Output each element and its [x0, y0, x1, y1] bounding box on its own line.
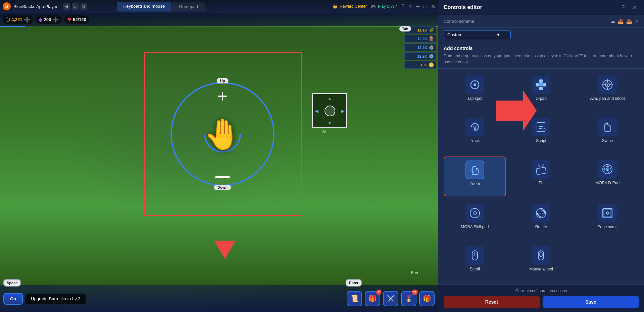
scheme-upload-icon[interactable]: 📤 [618, 18, 624, 24]
control-aim-pan-shoot[interactable]: Aim, pan and shoot [576, 72, 639, 110]
svg-rect-35 [603, 208, 612, 210]
tap-spot-icon [465, 75, 484, 94]
home-button[interactable]: ⌂ [72, 3, 79, 10]
right-resource-3: 12.2K 🪨 [404, 44, 436, 51]
top-right-actions: 👑 Reward Center 🎮 Play & Win ? ≡ ─ □ ✕ [333, 3, 435, 10]
script-label: Script [536, 138, 546, 144]
tab-keyboard-mouse[interactable]: Keyboard and mouse [117, 2, 172, 11]
svg-rect-22 [536, 167, 546, 175]
scheme-delete-icon[interactable]: ✕ [635, 18, 639, 24]
config-actions: Current configuration actions Reset Save [438, 284, 644, 312]
control-swipe[interactable]: Swipe [576, 114, 639, 152]
control-mouse-wheel[interactable]: Mouse wheel [510, 243, 573, 281]
control-edge-scroll[interactable]: Edge scroll [576, 200, 639, 239]
game-area: ⬡ 4,221 ➕ ◆ 200 ➕ ❤ 52/120 🦁 1 VIP 2 C [… [0, 0, 438, 312]
svg-point-29 [470, 208, 480, 218]
svg-rect-3 [539, 79, 543, 83]
control-scheme-actions: ☁ 📤 📤 ✕ [610, 18, 639, 24]
minimize-icon[interactable]: ─ [416, 3, 419, 9]
panel-header: Controls editor ? ✕ [438, 0, 644, 15]
moba-dpad-label: MOBA D-Pad [595, 181, 620, 186]
control-zoom[interactable]: Zoom [444, 157, 506, 196]
tilt-icon [532, 160, 550, 179]
maximize-icon[interactable]: □ [424, 3, 427, 9]
zoom-plus-icon: + [217, 87, 228, 105]
arrow-left-icon: ◀ [315, 108, 318, 114]
tilt-label: Tilt [539, 181, 544, 186]
move-control[interactable]: ◀ ▶ ▲ ▼ [312, 93, 347, 128]
play-win-button[interactable]: 🎮 Play & Win [371, 4, 398, 9]
control-rotate[interactable]: Rotate [510, 200, 573, 239]
menu-icon[interactable]: ≡ [409, 3, 412, 9]
scheme-cloud-icon[interactable]: ☁ [610, 18, 615, 24]
scheme-dropdown[interactable]: Custom ▼ [444, 30, 511, 39]
svg-rect-36 [603, 216, 612, 218]
control-moba-skill[interactable]: MOBA Skill pad [444, 200, 506, 239]
control-moba-dpad[interactable]: 5 MOBA D-Pad [576, 157, 639, 196]
panel-header-icons: ? ✕ [619, 3, 639, 11]
close-icon[interactable]: ✕ [431, 3, 435, 10]
config-actions-title: Current configuration actions [444, 289, 639, 293]
reward-center-button[interactable]: 👑 Reward Center [333, 4, 367, 9]
control-tilt[interactable]: Tilt [510, 157, 573, 196]
gold-resource: ⬡ 4,221 ➕ [3, 15, 33, 24]
bottom-icon-gift2[interactable]: 🎁 [419, 291, 435, 306]
app-name: BlueStacks App Player [13, 4, 58, 9]
bottom-icon-scroll[interactable]: 📜 [347, 291, 362, 306]
dpad-label: D-pad [536, 96, 547, 102]
scheme-dropdown-container: Custom ▼ [438, 27, 644, 42]
multi-button[interactable]: ⧉ [81, 3, 87, 10]
save-button[interactable]: Save [543, 296, 639, 308]
control-dpad[interactable]: D-pad [510, 72, 573, 110]
help-icon[interactable]: ? [402, 3, 405, 9]
swipe-label: Swipe [602, 138, 613, 144]
2d-label: 2d [322, 130, 326, 134]
red-arrow-down [214, 241, 236, 259]
aim-icon [598, 75, 617, 94]
moba-dpad-icon: 5 [598, 160, 617, 179]
bottom-icon-gift1[interactable]: 🎁 2 [365, 291, 380, 306]
gems-resource: ◆ 200 ➕ [36, 15, 62, 24]
tab-gamepad[interactable]: Gamepad [172, 2, 205, 11]
add-gems-button[interactable]: ➕ [52, 16, 59, 23]
swipe-icon [598, 118, 617, 136]
bottom-icon-medal[interactable]: 🎖️ 22 [401, 291, 416, 306]
add-controls-desc: Drag and drop an action on your game scr… [444, 53, 639, 65]
back-button[interactable]: ◀ [63, 3, 70, 10]
reset-button[interactable]: Reset [444, 296, 540, 308]
move-control-center [325, 106, 335, 116]
svg-line-24 [542, 165, 544, 167]
panel-title: Controls editor [444, 4, 482, 10]
control-script[interactable]: </> Script [510, 114, 573, 152]
moba-skill-icon [465, 204, 484, 223]
zoom-overlay: Up Down + 🤚 [150, 62, 295, 206]
add-gold-button[interactable]: ➕ [24, 16, 31, 23]
right-resource-4: 12.2K ⚙️ [404, 52, 436, 60]
zoom-hand-area: 🤚 [204, 117, 241, 152]
go-button[interactable]: Go [3, 293, 23, 305]
panel-help-icon[interactable]: ? [619, 3, 627, 11]
control-tap-spot[interactable]: Tap spot [444, 72, 506, 110]
badge-22: 22 [412, 290, 418, 295]
app-logo: B [3, 2, 11, 10]
aim-label: Aim, pan and shoot [590, 96, 625, 102]
scroll-label: Scroll [470, 267, 480, 272]
right-resource-2: 12.2K 🪵 [404, 35, 436, 43]
hp-resource: ❤ 52/120 [64, 15, 89, 24]
window-controls: ◀ ⌂ ⧉ [63, 3, 87, 10]
scheme-share-icon[interactable]: 📤 [626, 18, 632, 24]
dropdown-chevron-icon: ▼ [496, 32, 500, 37]
control-scroll[interactable]: Scroll [444, 243, 506, 281]
svg-rect-7 [539, 83, 543, 86]
control-track[interactable]: Track [444, 114, 506, 152]
zoom-icon [465, 161, 484, 179]
zoom-up-label: Up [217, 78, 229, 83]
control-scheme-row: Control scheme ☁ 📤 📤 ✕ [438, 15, 644, 27]
tabs-area: Keyboard and mouse Gamepad [117, 2, 205, 11]
script-icon: </> [532, 118, 550, 136]
panel-close-icon[interactable]: ✕ [631, 3, 639, 11]
svg-rect-6 [543, 83, 546, 86]
bottom-icon-sword[interactable]: ⚔️ [383, 291, 398, 306]
control-scheme-label: Control scheme [444, 19, 474, 24]
zoom-down-label: Down [214, 185, 231, 190]
